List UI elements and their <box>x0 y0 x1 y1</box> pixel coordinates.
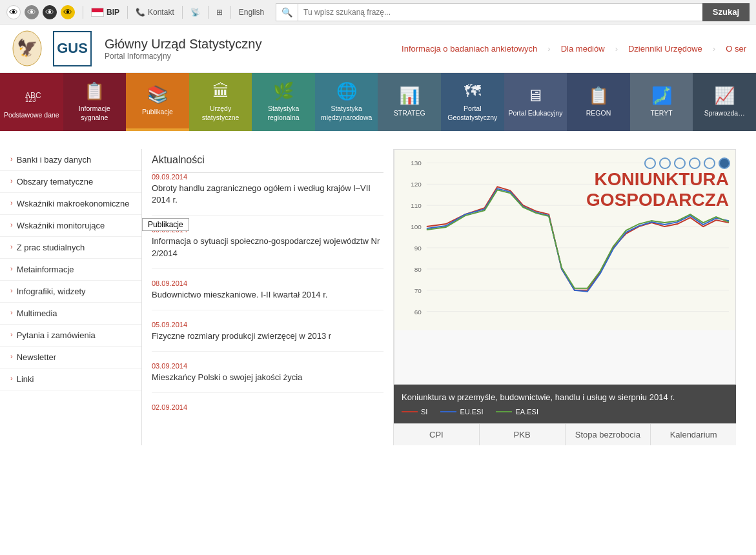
pub-dropdown-label: Publikacje <box>148 220 183 229</box>
tab-strateg[interactable]: 📊 STRATEG <box>378 73 441 131</box>
english-label: English <box>239 8 264 17</box>
legend-si: SI <box>402 407 427 418</box>
header-nav-media[interactable]: Dla mediów <box>561 44 605 54</box>
sidebar-item-multimedia[interactable]: › Multimedia <box>0 303 141 325</box>
arrow-icon-wskazniki-mon: › <box>10 221 13 228</box>
rss-icon: 📡 <box>190 8 200 17</box>
tab-stat-miedz[interactable]: 🌐 Statystyka międzynarodowa <box>315 73 378 131</box>
eye-icon-4[interactable]: 👁 <box>61 5 75 19</box>
tab-informacje[interactable]: 📋 Informacje sygnalne <box>63 73 127 131</box>
teryt-icon: 🗾 <box>651 86 672 106</box>
news-link-0[interactable]: Obroty handlu zagranicznego ogółem i wed… <box>152 183 371 205</box>
sidebar-item-newsletter[interactable]: › Newsletter <box>0 347 141 368</box>
news-item-0: 09.09.2014 Obroty handlu zagranicznego o… <box>152 173 383 216</box>
tab-publikacje[interactable]: 📚 Publikacje <box>126 73 189 131</box>
legend-eu: EU.ESI <box>440 407 483 418</box>
strateg-icon: 📊 <box>399 86 420 106</box>
sidebar-item-metainfo[interactable]: › Metainformacje <box>0 259 141 281</box>
tab-sprawozd[interactable]: 📈 Sprawozda… <box>693 73 756 131</box>
sidebar-label-multimedia: Multimedia <box>17 308 57 318</box>
sidebar-item-banki[interactable]: › Banki i bazy danych <box>0 149 141 171</box>
tab-teryt[interactable]: 🗾 TERYT <box>630 73 693 131</box>
legend-line-green <box>496 411 512 412</box>
separator-5 <box>230 6 231 19</box>
sidebar-item-obszary[interactable]: › Obszary tematyczne <box>0 171 141 193</box>
legend-label-si: SI <box>421 407 427 418</box>
eye-icon-1[interactable]: 👁 <box>6 5 21 19</box>
eye-icon-2[interactable]: 👁 <box>25 5 39 19</box>
news-link-1[interactable]: Informacja o sytuacji społeczno-gospodar… <box>152 236 380 257</box>
tab-portal-edu[interactable]: 🖥 Portal Edukacyjny <box>504 73 567 131</box>
header-subtitle: Portal Informacyjny <box>105 52 261 61</box>
header-logo-area: 🦅 GUS Główny Urząd Statystyczny Portal I… <box>10 29 261 68</box>
eye-icon-3[interactable]: 👁 <box>43 5 57 19</box>
english-link[interactable]: English <box>239 8 264 17</box>
chart-title-line2: GOSPODARCZA <box>586 190 729 210</box>
arrow-icon-banki: › <box>10 155 13 163</box>
tab-stat-reg[interactable]: 🌿 Statystyka regionalna <box>252 73 315 131</box>
arrow-icon-obszary: › <box>10 177 13 185</box>
separator-3 <box>182 6 183 19</box>
bip-link[interactable]: BIP <box>91 8 119 17</box>
tab-urzedy[interactable]: 🏛 Urzędy statystyczne <box>189 73 252 131</box>
svg-text:70: 70 <box>414 287 422 294</box>
search-area: 🔍 Szukaj <box>276 3 750 21</box>
svg-text:80: 80 <box>414 266 422 273</box>
arrow-icon-pytania: › <box>10 330 13 338</box>
legend-line-blue <box>440 411 456 412</box>
sitemap-link[interactable]: ⊞ <box>216 8 223 17</box>
chart-title: KONIUNKTURA GOSPODARCZA <box>586 169 729 210</box>
sidebar-item-zprac[interactable]: › Z prac studialnych <box>0 237 141 259</box>
tab-kalendarium[interactable]: Kalendarium <box>651 424 736 445</box>
tab-pkb[interactable]: PKB <box>480 424 566 445</box>
rss-link[interactable]: 📡 <box>190 8 200 17</box>
chart-dot-2[interactable] <box>659 157 671 169</box>
tab-podstawowe-label: Podstawowe dane <box>4 111 59 120</box>
tab-publikacje-label: Publikacje <box>142 108 173 117</box>
chart-dot-5[interactable] <box>704 157 715 169</box>
tab-portal-geo[interactable]: 🗺 Portal Geostatystyczny <box>441 73 504 131</box>
svg-text:100: 100 <box>411 223 422 230</box>
tab-cpi[interactable]: CPI <box>394 424 480 445</box>
chart-dot-3[interactable] <box>674 157 686 169</box>
header-title: Główny Urząd Statystyczny <box>105 37 261 52</box>
polish-flag-icon <box>91 8 104 17</box>
search-input[interactable] <box>298 3 702 21</box>
stat-reg-icon: 🌿 <box>273 81 294 101</box>
news-date-4: 03.09.2014 <box>152 362 383 370</box>
kontakt-link[interactable]: 📞 Kontakt <box>136 8 174 17</box>
chart-dot-6[interactable] <box>719 157 730 169</box>
nav-tabs: ABC123 Podstawowe dane 📋 Informacje sygn… <box>0 73 756 131</box>
sidebar-label-linki: Linki <box>17 374 34 384</box>
sidebar-item-wskazniki-mon[interactable]: › Wskaźniki monitorujące <box>0 215 141 237</box>
chart-caption: Koniunktura w przemyśle, budownictwie, h… <box>394 385 736 423</box>
sidebar-item-pytania[interactable]: › Pytania i zamówienia <box>0 325 141 347</box>
tab-podstawowe[interactable]: ABC123 Podstawowe dane <box>0 73 63 131</box>
tab-regon[interactable]: 📋 REGON <box>567 73 630 131</box>
tab-stopa[interactable]: Stopa bezrobocia <box>566 424 651 445</box>
legend-label-ea: EA.ESI <box>515 407 538 418</box>
search-button[interactable]: Szukaj <box>702 3 750 21</box>
sidebar-item-infografiki[interactable]: › Infografiki, widzety <box>0 281 141 303</box>
tab-sprawozd-label: Sprawozda… <box>704 109 745 118</box>
aktualnosci-title: Aktualności <box>152 149 383 173</box>
tab-regon-label: REGON <box>586 109 611 118</box>
sidebar-item-linki[interactable]: › Linki <box>0 368 141 390</box>
chart-dot-1[interactable] <box>644 157 656 169</box>
chart-dot-4[interactable] <box>689 157 700 169</box>
sidebar: › Banki i bazy danych › Obszary tematycz… <box>0 149 142 445</box>
sidebar-item-wskazniki-makro[interactable]: › Wskaźniki makroekonomiczne <box>0 193 141 215</box>
header-nav-oser[interactable]: O ser <box>726 44 746 54</box>
news-link-2[interactable]: Budownictwo mieszkaniowe. I-II kwartał 2… <box>152 290 327 299</box>
news-item-1: 09.09.2014 Informacja o sytuacji społecz… <box>152 226 383 268</box>
news-link-3[interactable]: Fizyczne rozmiary produkcji zwierzęcej w… <box>152 331 331 341</box>
header-nav-dzienniki[interactable]: Dzienniki Urzędowe <box>628 44 702 54</box>
sidebar-label-obszary: Obszary tematyczne <box>17 177 94 187</box>
news-date-0: 09.09.2014 <box>152 173 383 181</box>
svg-text:123: 123 <box>25 96 36 103</box>
header-nav-ankiety[interactable]: Informacja o badaniach ankietowych <box>402 44 537 54</box>
news-link-4[interactable]: Mieszkańcy Polski o swojej jakości życia <box>152 372 302 382</box>
sidebar-label-newsletter: Newsletter <box>17 352 56 362</box>
stat-miedz-icon: 🌐 <box>336 81 357 101</box>
svg-text:60: 60 <box>414 308 422 316</box>
